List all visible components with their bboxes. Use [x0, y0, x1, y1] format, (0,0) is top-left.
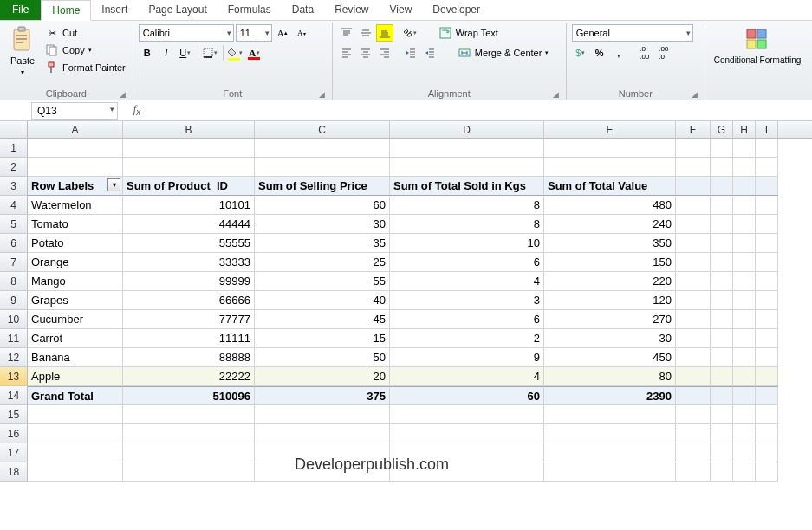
cell-H6[interactable] — [733, 234, 756, 253]
cell-G4[interactable] — [711, 196, 733, 215]
cell-C7[interactable]: 25 — [255, 253, 390, 272]
currency-button[interactable]: $ — [572, 44, 589, 61]
cell-H10[interactable] — [733, 310, 756, 329]
cell-B16[interactable] — [123, 424, 255, 443]
align-right-button[interactable] — [376, 44, 393, 61]
cell-A13[interactable]: Apple — [28, 367, 123, 386]
cell-D10[interactable]: 6 — [390, 310, 544, 329]
cell-G13[interactable] — [711, 367, 733, 386]
cell-C8[interactable]: 55 — [255, 272, 390, 291]
col-header-A[interactable]: A — [28, 121, 123, 138]
cell-C14[interactable]: 375 — [255, 386, 390, 405]
cell-I5[interactable] — [756, 215, 778, 234]
cell-D6[interactable]: 10 — [390, 234, 544, 253]
copy-button[interactable]: Copy ▾ — [43, 42, 127, 59]
col-header-G[interactable]: G — [711, 121, 733, 138]
cell-E5[interactable]: 240 — [544, 215, 676, 234]
select-all-corner[interactable] — [0, 121, 28, 138]
cell-B1[interactable] — [123, 139, 255, 158]
cell-D7[interactable]: 6 — [390, 253, 544, 272]
tab-data[interactable]: Data — [282, 0, 324, 20]
cell-C1[interactable] — [255, 139, 390, 158]
cell-A10[interactable]: Cucumber — [28, 310, 123, 329]
font-name-combo[interactable]: Calibri — [139, 24, 234, 42]
cell-D13[interactable]: 4 — [390, 367, 544, 386]
decrease-decimal-button[interactable]: .00.0 — [655, 44, 672, 61]
cell-I3[interactable] — [756, 177, 778, 196]
row-header-16[interactable]: 16 — [0, 424, 28, 443]
row-header-15[interactable]: 15 — [0, 405, 28, 424]
cell-I6[interactable] — [756, 234, 778, 253]
cell-A6[interactable]: Potato — [28, 234, 123, 253]
cell-A14[interactable]: Grand Total — [28, 386, 123, 405]
cell-D14[interactable]: 60 — [390, 386, 544, 405]
cell-F11[interactable] — [676, 329, 711, 348]
align-middle-button[interactable] — [357, 24, 374, 42]
cell-E4[interactable]: 480 — [544, 196, 676, 215]
cell-D8[interactable]: 4 — [390, 272, 544, 291]
cell-B6[interactable]: 55555 — [123, 234, 255, 253]
cell-D9[interactable]: 3 — [390, 291, 544, 310]
orientation-button[interactable]: ab — [402, 24, 419, 42]
cell-F13[interactable] — [676, 367, 711, 386]
cell-B8[interactable]: 99999 — [123, 272, 255, 291]
cell-A11[interactable]: Carrot — [28, 329, 123, 348]
cell-E2[interactable] — [544, 158, 676, 177]
col-header-I[interactable]: I — [756, 121, 778, 138]
cell-F3[interactable] — [676, 177, 711, 196]
cell-I17[interactable] — [756, 443, 778, 462]
cell-E14[interactable]: 2390 — [544, 386, 676, 405]
row-header-18[interactable]: 18 — [0, 462, 28, 482]
cell-B11[interactable]: 11111 — [123, 329, 255, 348]
tab-developer[interactable]: Developer — [422, 0, 490, 20]
cell-H17[interactable] — [733, 443, 756, 462]
cell-C9[interactable]: 40 — [255, 291, 390, 310]
cell-C10[interactable]: 45 — [255, 310, 390, 329]
row-header-1[interactable]: 1 — [0, 139, 28, 158]
cell-G3[interactable] — [711, 177, 733, 196]
cell-I15[interactable] — [756, 405, 778, 424]
cell-B10[interactable]: 77777 — [123, 310, 255, 329]
number-launcher-icon[interactable]: ◢ — [692, 90, 698, 99]
cell-I2[interactable] — [756, 158, 778, 177]
cell-D2[interactable] — [390, 158, 544, 177]
clipboard-launcher-icon[interactable]: ◢ — [120, 90, 126, 99]
merge-center-button[interactable]: Merge & Center ▾ — [456, 44, 551, 61]
cell-C5[interactable]: 30 — [255, 215, 390, 234]
cell-D12[interactable]: 9 — [390, 348, 544, 367]
cell-G6[interactable] — [711, 234, 733, 253]
comma-button[interactable]: , — [610, 44, 627, 61]
cell-H14[interactable] — [733, 386, 756, 405]
increase-decimal-button[interactable]: .0.00 — [636, 44, 653, 61]
cell-G18[interactable] — [711, 462, 733, 482]
cell-H4[interactable] — [733, 196, 756, 215]
wrap-text-button[interactable]: Wrap Text — [437, 24, 500, 42]
row-header-4[interactable]: 4 — [0, 196, 28, 215]
cell-F10[interactable] — [676, 310, 711, 329]
cell-F9[interactable] — [676, 291, 711, 310]
cell-H9[interactable] — [733, 291, 756, 310]
cell-B12[interactable]: 88888 — [123, 348, 255, 367]
cell-I16[interactable] — [756, 424, 778, 443]
row-header-17[interactable]: 17 — [0, 443, 28, 462]
cell-F2[interactable] — [676, 158, 711, 177]
conditional-formatting-button[interactable]: Conditional Formatting — [711, 24, 805, 67]
tab-file[interactable]: File — [0, 0, 41, 20]
cell-A5[interactable]: Tomato — [28, 215, 123, 234]
row-header-13[interactable]: 13 — [0, 367, 28, 386]
cell-H11[interactable] — [733, 329, 756, 348]
percent-button[interactable]: % — [591, 44, 608, 61]
decrease-font-button[interactable]: A▾ — [293, 24, 310, 42]
cell-D4[interactable]: 8 — [390, 196, 544, 215]
cell-I1[interactable] — [756, 139, 778, 158]
cell-E3[interactable]: Sum of Total Value — [544, 177, 676, 196]
cell-G7[interactable] — [711, 253, 733, 272]
col-header-B[interactable]: B — [123, 121, 255, 138]
cell-H12[interactable] — [733, 348, 756, 367]
cell-F18[interactable] — [676, 462, 711, 482]
cell-B3[interactable]: Sum of Product_ID — [123, 177, 255, 196]
col-header-H[interactable]: H — [733, 121, 756, 138]
row-header-10[interactable]: 10 — [0, 310, 28, 329]
cell-I12[interactable] — [756, 348, 778, 367]
cell-D3[interactable]: Sum of Total Sold in Kgs — [390, 177, 544, 196]
